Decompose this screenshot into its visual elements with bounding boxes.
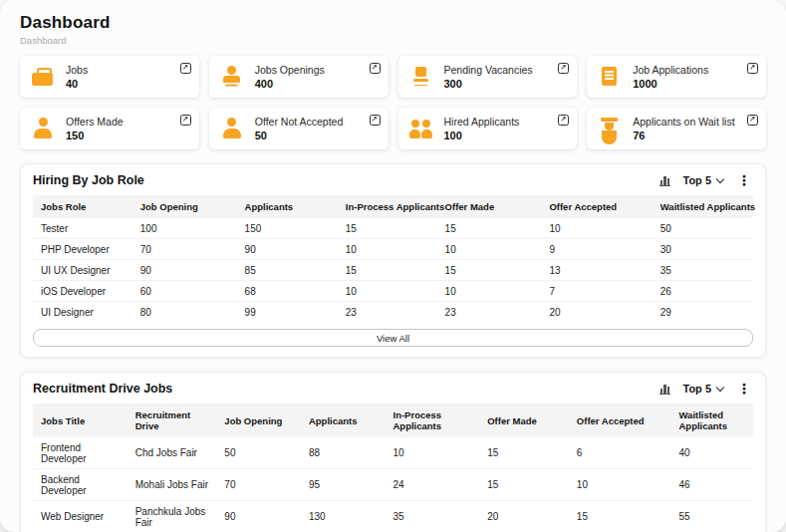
table-header-row: Jobs RoleJob OpeningApplicantsIn-Process… <box>33 195 753 218</box>
cell-offer-accepted: 20 <box>541 302 652 323</box>
cell-job-opening: 90 <box>132 260 237 281</box>
section-title: Recruitment Drive Jobs <box>33 382 172 396</box>
expand-icon[interactable] <box>558 63 569 74</box>
panel-actions: Top 5 ⋮ <box>659 382 753 396</box>
cell-applicants: 130 <box>301 501 386 532</box>
stat-card-text: Jobs Openings 400 <box>255 64 325 90</box>
column-header: Job Opening <box>216 403 301 437</box>
kebab-menu-icon[interactable]: ⋮ <box>735 173 753 187</box>
stat-card-text: Offer Not Accepted 50 <box>255 116 344 141</box>
briefcase-icon <box>30 65 56 89</box>
kebab-menu-icon[interactable]: ⋮ <box>735 382 753 396</box>
stat-card-text: Jobs 40 <box>66 64 88 90</box>
cell-offer-made: 20 <box>479 501 569 532</box>
recruitment-table: Jobs TitleRecruitment DriveJob OpeningAp… <box>33 403 753 532</box>
expand-icon[interactable] <box>370 115 381 126</box>
cell-offer-accepted: 15 <box>569 501 671 532</box>
cell-job-opening: 60 <box>132 281 237 302</box>
table-row: Web Designer Panchkula Jobs Fair 90 130 … <box>33 501 753 532</box>
cell-waitlisted: 40 <box>671 437 754 469</box>
stat-card[interactable]: Jobs Openings 400 <box>209 56 389 98</box>
cell-offer-made: 23 <box>437 302 542 323</box>
stat-card[interactable]: Hired Applicants 100 <box>398 108 578 149</box>
hiring-table: Jobs RoleJob OpeningApplicantsIn-Process… <box>33 195 753 322</box>
column-header: Recruitment Drive <box>128 403 217 437</box>
cell-waitlisted: 50 <box>653 218 753 239</box>
cell-job-opening: 70 <box>132 239 237 260</box>
stat-card-text: Job Applications 1000 <box>633 64 708 90</box>
cell-in-process: 10 <box>338 239 437 260</box>
table-row: iOS Developer 60 68 10 10 7 26 <box>33 281 753 302</box>
graduate-icon <box>597 117 623 140</box>
cell-applicants: 85 <box>237 260 338 281</box>
expand-icon[interactable] <box>180 115 191 126</box>
stat-label: Applicants on Wait list <box>633 116 734 128</box>
hiring-by-job-role-panel: Hiring By Job Role Top 5 ⋮ Jobs RoleJob … <box>20 163 766 358</box>
recruitment-drive-jobs-panel: Recruitment Drive Jobs Top 5 ⋮ Jobs Titl… <box>20 372 766 532</box>
cell-in-process: 23 <box>338 302 437 323</box>
vacant-chair-icon <box>408 65 434 89</box>
stat-card[interactable]: Offers Made 150 <box>20 108 199 149</box>
bar-chart-icon[interactable] <box>659 384 671 395</box>
chevron-down-icon <box>716 174 724 182</box>
expand-icon[interactable] <box>370 63 381 74</box>
stat-card[interactable]: Jobs 40 <box>20 56 199 98</box>
stat-card-text: Pending Vacancies 300 <box>444 64 533 90</box>
cell-in-process: 24 <box>386 469 480 501</box>
cell-in-process: 15 <box>338 218 437 239</box>
cell-recruitment-drive: Mohali Jobs Fair <box>128 469 217 501</box>
cell-offer-made: 10 <box>437 239 542 260</box>
stat-card[interactable]: Job Applications 1000 <box>587 56 766 98</box>
stat-value: 400 <box>255 78 325 90</box>
panel-actions: Top 5 ⋮ <box>659 173 753 187</box>
top5-dropdown[interactable]: Top 5 <box>682 174 723 186</box>
cell-offer-made: 15 <box>437 260 542 281</box>
person-offer-icon <box>30 117 56 140</box>
cell-waitlisted: 30 <box>653 239 753 260</box>
bar-chart-icon[interactable] <box>659 175 671 186</box>
expand-icon[interactable] <box>558 115 569 126</box>
stat-value: 50 <box>255 130 344 141</box>
cell-offer-accepted: 13 <box>541 260 652 281</box>
cell-offer-made: 15 <box>479 469 569 501</box>
cell-offer-accepted: 9 <box>541 239 652 260</box>
cell-waitlisted: 26 <box>653 281 753 302</box>
column-header: Waitlisted Applicants <box>653 195 753 218</box>
expand-icon[interactable] <box>180 63 191 74</box>
stat-card[interactable]: Offer Not Accepted 50 <box>209 108 389 149</box>
stat-value: 150 <box>66 130 124 141</box>
cell-job-opening: 80 <box>132 302 237 323</box>
cell-applicants: 150 <box>237 218 338 239</box>
table-row: Frontend Developer Chd Jobs Fair 50 88 1… <box>33 437 753 469</box>
cell-jobs-role: PHP Developer <box>33 239 132 260</box>
stat-card[interactable]: Applicants on Wait list 76 <box>587 108 766 149</box>
cell-offer-made: 10 <box>437 281 542 302</box>
top5-dropdown[interactable]: Top 5 <box>682 383 723 395</box>
cell-jobs-role: Tester <box>33 218 132 239</box>
stat-label: Hired Applicants <box>444 116 520 128</box>
cell-recruitment-drive: Chd Jobs Fair <box>128 437 217 469</box>
top5-label: Top 5 <box>682 383 711 395</box>
cell-offer-made: 15 <box>437 218 542 239</box>
column-header: In-Process Applicants <box>386 403 480 437</box>
cell-applicants: 68 <box>237 281 338 302</box>
cell-recruitment-drive: Panchkula Jobs Fair <box>128 501 217 532</box>
stat-card[interactable]: Pending Vacancies 300 <box>398 56 578 98</box>
view-all-button[interactable]: View All <box>33 329 753 347</box>
stat-label: Job Applications <box>633 64 708 76</box>
column-header: Jobs Role <box>33 195 132 218</box>
documents-icon <box>597 65 623 89</box>
cell-applicants: 99 <box>237 302 338 323</box>
column-header: Offer Accepted <box>569 403 671 437</box>
column-header: Applicants <box>301 403 386 437</box>
column-header: Job Opening <box>132 195 237 218</box>
stat-label: Jobs Openings <box>255 64 325 76</box>
cell-applicants: 88 <box>301 437 386 469</box>
expand-icon[interactable] <box>747 115 758 126</box>
stat-label: Offer Not Accepted <box>255 116 344 128</box>
stat-value: 40 <box>66 78 88 90</box>
column-header: Offer Accepted <box>541 195 652 218</box>
stat-value: 300 <box>444 78 533 90</box>
cell-job-opening: 90 <box>216 501 301 532</box>
expand-icon[interactable] <box>747 63 758 74</box>
